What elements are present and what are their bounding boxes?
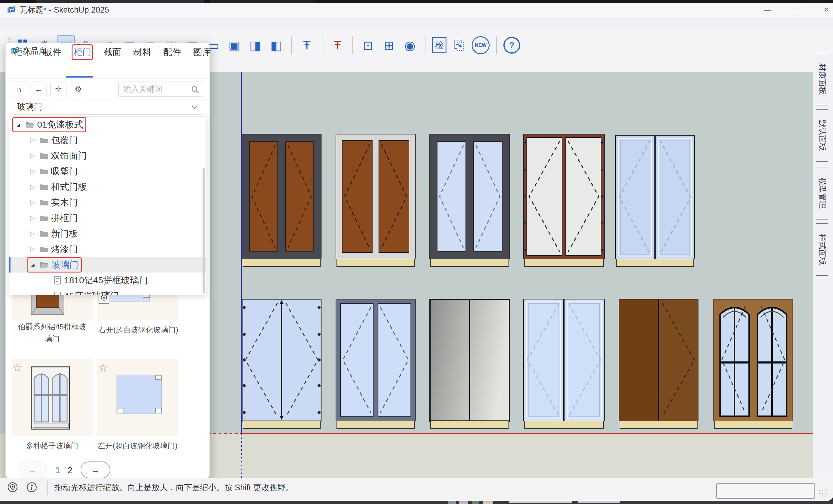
door-model-8[interactable] — [429, 299, 510, 429]
door-model-3[interactable] — [429, 134, 510, 268]
background-window-fragment — [210, 0, 315, 3]
favorite-star-icon[interactable]: ☆ — [12, 362, 22, 373]
caret-collapsed-icon[interactable]: ▷ — [29, 230, 37, 237]
visibility-icon[interactable]: ◉ — [402, 35, 418, 55]
tree-item-吸塑门[interactable]: ▷吸塑门 — [9, 163, 206, 179]
geolocation-icon[interactable] — [7, 482, 18, 493]
tree-item-1810铝45拼框玻璃门[interactable]: 1810铝45拼框玻璃门 — [9, 273, 206, 288]
document-icon — [54, 292, 61, 295]
thumbnail-label: 伯爵系列铝45拼框玻璃门 — [15, 321, 90, 345]
caret-collapsed-icon[interactable]: ▷ — [29, 214, 37, 222]
caret-collapsed-icon[interactable]: ▷ — [29, 136, 37, 144]
maximize-button[interactable]: □ — [789, 4, 805, 16]
minimize-button[interactable]: — — [759, 4, 776, 16]
search-input[interactable] — [123, 83, 190, 95]
panel-close-button[interactable]: ✕ — [189, 45, 202, 57]
caret-collapsed-icon[interactable]: ▷ — [29, 199, 37, 206]
back-button[interactable]: ← — [30, 81, 47, 97]
tree-item-包覆门[interactable]: ▷包覆门 — [9, 132, 206, 148]
door-model-11[interactable] — [713, 299, 793, 429]
tray-tab-模型管理[interactable]: 模型管理 — [819, 169, 828, 217]
prev-page-button[interactable]: ← — [18, 461, 47, 478]
document-icon — [54, 276, 61, 284]
tree-item-label: 45度拼玻璃门 — [64, 290, 119, 295]
new-features-icon[interactable]: NEW — [472, 36, 490, 54]
door-model-4[interactable] — [523, 134, 605, 268]
delete-hardware-icon[interactable]: Ŧ — [329, 35, 346, 55]
home-button[interactable]: ⌂ — [11, 81, 27, 97]
page-number-1[interactable]: 1 — [55, 465, 61, 475]
divider — [47, 481, 48, 495]
sketchup-window: 无标题* - SketchUp 2025 —□✕ 文件(F)编辑(E)视图(V)… — [0, 3, 833, 501]
tray-tab-separator — [816, 167, 828, 168]
info-icon[interactable] — [26, 482, 37, 493]
tray-tab-材质面板[interactable]: 材质面板 — [819, 55, 828, 103]
layout-icon[interactable]: ⊞ — [381, 35, 397, 55]
door-model-10[interactable] — [619, 299, 698, 429]
tree-scrollbar-thumb[interactable] — [203, 168, 205, 294]
help-icon[interactable]: ? — [503, 37, 520, 54]
category-tree: ◢01免漆板式▷包覆门▷双饰面门▷吸塑门▷和式门板▷实木门▷拼框门▷新门板▷烤漆… — [9, 117, 207, 295]
search-icon — [191, 85, 199, 94]
tree-item-实木门[interactable]: ▷实木门 — [9, 195, 206, 210]
tree-item-新门板[interactable]: ▷新门板 — [9, 226, 206, 242]
panel-maximize-button[interactable]: □ — [159, 45, 172, 57]
caret-collapsed-icon[interactable]: ▷ — [29, 152, 37, 160]
category-dropdown[interactable]: 玻璃门 — [12, 99, 203, 115]
tree-item-双饰面门[interactable]: ▷双饰面门 — [9, 148, 206, 163]
tray-tab-默认面板[interactable]: 默认面板 — [819, 111, 828, 159]
door-model-6[interactable] — [242, 299, 322, 429]
tree-item-45度拼玻璃门[interactable]: 45度拼玻璃门 — [9, 288, 206, 295]
settings-button[interactable]: ⚙ — [70, 81, 86, 97]
door-swing-icon[interactable]: ◧ — [268, 35, 285, 55]
add-hardware-icon[interactable]: Ŧ — [299, 35, 315, 55]
background-fleck — [472, 501, 479, 504]
panel-minimize-button[interactable]: — — [130, 45, 143, 57]
product-library-panel: 产品库 —□✕ 柜体板件柜门截面材料配件图库 ⌂←☆⚙ 玻璃门 — [5, 43, 210, 478]
cabinet-box-icon[interactable]: ▣ — [226, 35, 243, 55]
door-model-1[interactable] — [242, 134, 322, 268]
door-model-5[interactable] — [615, 135, 695, 268]
bom-list-icon[interactable]: ⎘ — [451, 35, 468, 55]
folder-icon — [40, 152, 48, 159]
caret-expanded-icon[interactable]: ◢ — [15, 122, 22, 128]
tray-tab-separator — [816, 105, 828, 105]
inspect-icon[interactable]: 检 — [432, 37, 447, 53]
favorite-button[interactable]: ☆ — [50, 81, 67, 97]
wardrobe-icon[interactable]: ◨ — [247, 35, 264, 55]
resize-grip[interactable] — [818, 489, 828, 497]
page-number-2[interactable]: 2 — [67, 465, 72, 475]
tab-柜门[interactable]: 柜门 — [73, 46, 91, 58]
caret-expanded-icon[interactable]: ◢ — [29, 262, 37, 268]
tray-tab-样式面板[interactable]: 样式面板 — [819, 226, 828, 273]
tree-item-label: 01免漆板式 — [37, 119, 83, 131]
next-page-button[interactable]: → — [80, 461, 110, 478]
tree-item-和式门板[interactable]: ▷和式门板 — [9, 179, 206, 195]
thumbnail-glass-panel-left[interactable] — [117, 375, 162, 414]
door-model-2[interactable] — [336, 134, 415, 268]
background-fleck — [509, 501, 572, 503]
tree-item-拼框门[interactable]: ▷拼框门 — [9, 210, 206, 226]
thumbnail-arched-grid-door[interactable] — [31, 366, 70, 430]
measurements-box — [716, 483, 815, 499]
folder-icon — [40, 168, 48, 175]
caret-collapsed-icon[interactable]: ▷ — [29, 168, 37, 175]
panel-title: 产品库 — [22, 43, 47, 59]
favorite-star-icon[interactable]: ☆ — [98, 362, 108, 373]
measurements-input[interactable] — [717, 484, 816, 499]
caret-collapsed-icon[interactable]: ▷ — [29, 183, 37, 191]
sketchup-logo-icon — [6, 6, 16, 15]
close-button[interactable]: ✕ — [818, 4, 833, 16]
tree-item-烤漆门[interactable]: ▷烤漆门 — [9, 242, 206, 257]
thumbnail-label: 多种格子玻璃门 — [15, 439, 90, 452]
door-model-9[interactable] — [523, 299, 605, 429]
folder-open-icon — [25, 121, 34, 128]
crop-region-icon[interactable]: ⊡ — [360, 35, 376, 55]
tab-截面[interactable]: 截面 — [103, 46, 121, 58]
toolbar-separator — [352, 36, 353, 54]
background-fleck — [459, 501, 468, 504]
door-model-7[interactable] — [336, 299, 415, 429]
caret-collapsed-icon[interactable]: ▷ — [29, 245, 37, 253]
tree-item-玻璃门[interactable]: ◢玻璃门 — [9, 257, 206, 273]
tree-item-01免漆板式[interactable]: ◢01免漆板式 — [9, 117, 206, 132]
